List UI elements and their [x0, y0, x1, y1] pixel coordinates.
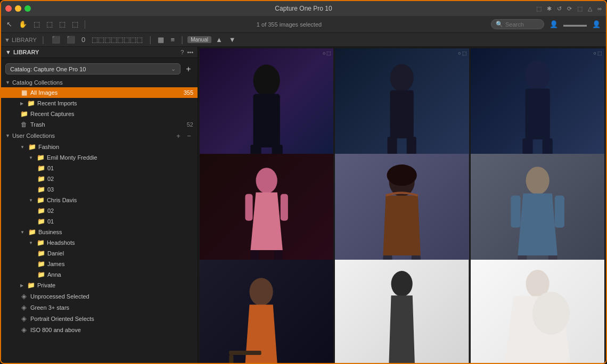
sidebar-item-emf-01[interactable]: 📁 01 [1, 163, 198, 173]
anna-icon: 📁 [37, 271, 45, 278]
photo-image-8 [335, 260, 469, 364]
sidebar-title-group: ▼ LIBRARY [5, 49, 39, 55]
toolbar-select-tool[interactable]: ↖ [4, 19, 14, 29]
emf-02-label: 02 [47, 176, 193, 182]
list-view-btn[interactable]: ≡ [168, 35, 177, 45]
sidebar-item-business[interactable]: ▼ 📁 Business [1, 227, 198, 237]
headshots-chevron: ▼ [29, 241, 33, 245]
cd-icon: 📁 [37, 196, 44, 204]
main-toolbar: ↖ ✋ ⬚ ⬚ ⬚ ⬚ 1 of 355 images selected 🔍 S… [1, 16, 606, 33]
uc-add-btn[interactable]: + [174, 131, 183, 140]
private-label: Private [37, 282, 193, 288]
svg-rect-31 [511, 196, 520, 228]
photo-cell-8[interactable] [335, 260, 469, 364]
sidebar-item-emf-03[interactable]: 📁 03 [1, 184, 198, 195]
toolbar2-sort-desc[interactable]: ▼ [227, 35, 238, 45]
sidebar-chevron[interactable]: ▼ [5, 49, 11, 55]
toolbar-tool-6[interactable]: ⬚ [70, 19, 80, 29]
photo-cell-9[interactable] [471, 260, 604, 364]
sidebar-item-fashion[interactable]: ▼ 📁 Fashion [1, 142, 198, 152]
fashion-label: Fashion [38, 144, 193, 150]
svg-point-6 [390, 64, 414, 92]
toolbar2-sort-asc[interactable]: ▲ [214, 35, 225, 45]
all-images-icon: ▦ [20, 89, 28, 96]
content-area: Look 8_0028.jpg ★★★★★ ○ ⬚ [198, 47, 606, 364]
sidebar-item-green-3-stars[interactable]: ◈ Green 3+ stars [1, 302, 198, 313]
sidebar-item-recent-captures[interactable]: 📁 Recent Captures [1, 109, 198, 119]
catalog-collections-label: Catalog Collections [12, 79, 63, 86]
photo-grid: Look 8_0028.jpg ★★★★★ ○ ⬚ [198, 47, 606, 364]
grid-view-btn[interactable]: ▦ [155, 35, 166, 45]
search-box[interactable]: 🔍 Search [491, 19, 544, 29]
sidebar-item-chris-davis[interactable]: ▼ 📁 Chris Davis [1, 195, 198, 205]
photo-image-7 [200, 260, 333, 364]
green-3-stars-icon: ◈ [20, 303, 28, 311]
emf-03-icon: 📁 [37, 186, 45, 193]
toolbar2-tool-group[interactable]: ⬚⬚⬚⬚⬚⬚⬚⬚ [89, 35, 145, 45]
emf-chevron: ▼ [29, 155, 33, 160]
anna-label: Anna [47, 271, 193, 278]
sidebar-item-emil-monty-freddie[interactable]: ▼ 📁 Emil Monty Freddie [1, 152, 198, 163]
unprocessed-label: Unprocessed Selected [30, 293, 193, 300]
toolbar2-btn-1[interactable]: ⬛ [50, 35, 62, 45]
sidebar-item-all-images[interactable]: ▦ All Images 355 [1, 87, 198, 98]
toolbar-tool-3[interactable]: ⬚ [31, 19, 42, 29]
sidebar-header-actions: ? ••• [181, 49, 193, 55]
james-icon: 📁 [37, 260, 45, 268]
photo-flag-icon-3: ○ [594, 51, 596, 56]
catalog-collections-chevron: ▼ [5, 80, 10, 85]
headshots-icon: 📁 [37, 239, 44, 246]
sidebar-item-cd-02[interactable]: 📁 02 [1, 205, 198, 216]
daniel-label: Daniel [47, 250, 193, 257]
sidebar-item-portrait-oriented-selects[interactable]: ◈ Portrait Oriented Selects [1, 313, 198, 324]
title-icon-1: ⬚ [536, 5, 542, 12]
sidebar-item-cd-01[interactable]: 📁 01 [1, 216, 198, 227]
sidebar-item-private[interactable]: ▶ 📁 Private [1, 280, 198, 291]
photo-image-9 [471, 260, 604, 364]
private-icon: 📁 [27, 282, 35, 289]
sidebar-item-daniel[interactable]: 📁 Daniel [1, 248, 198, 259]
svg-rect-20 [281, 194, 288, 221]
close-button[interactable] [5, 5, 12, 12]
all-images-label: All Images [30, 89, 181, 96]
sidebar-item-recent-imports[interactable]: ▶ 📁 Recent Imports [1, 98, 198, 109]
traffic-lights[interactable] [5, 5, 31, 12]
toolbar-user-icon[interactable]: 👤 [547, 19, 560, 29]
sidebar-item-iso-800-above[interactable]: ◈ ISO 800 and above [1, 324, 198, 335]
svg-point-28 [526, 167, 549, 194]
uc-remove-btn[interactable]: − [185, 131, 193, 140]
sidebar-item-trash[interactable]: 🗑 Trash 52 [1, 119, 198, 130]
fashion-icon: 📁 [28, 143, 36, 151]
toolbar-user-btn[interactable]: 👤 [590, 19, 603, 29]
maximize-button[interactable] [24, 5, 31, 12]
james-label: James [47, 261, 193, 267]
sidebar-item-unprocessed-selected[interactable]: ◈ Unprocessed Selected [1, 291, 198, 302]
portrait-oriented-icon: ◈ [20, 315, 28, 322]
sidebar-item-emf-02[interactable]: 📁 02 [1, 173, 198, 184]
sidebar-menu-btn[interactable]: ••• [187, 49, 193, 55]
toolbar2-btn-2[interactable]: ⬛ [64, 35, 77, 45]
toolbar-pan-tool[interactable]: ✋ [17, 19, 29, 29]
svg-rect-32 [554, 196, 564, 228]
svg-rect-19 [245, 194, 252, 221]
photo-top-icons-1: ○ ⬚ [323, 51, 331, 56]
photo-top-icons-2: ○ ⬚ [458, 51, 466, 56]
toolbar-tool-4[interactable]: ⬚ [44, 19, 55, 29]
toolbar-tool-5[interactable]: ⬚ [57, 19, 68, 29]
catalog-collections-header[interactable]: ▼ Catalog Collections [1, 78, 198, 87]
unprocessed-icon: ◈ [20, 292, 28, 300]
minimize-button[interactable] [15, 5, 21, 12]
search-placeholder: Search [505, 21, 524, 28]
user-collections-header[interactable]: ▼ User Collections + − [1, 130, 198, 142]
sidebar-item-headshots[interactable]: ▼ 📁 Headshots [1, 237, 198, 248]
sidebar-item-anna[interactable]: 📁 Anna [1, 269, 198, 280]
photo-type-icon-3: ⬚ [597, 51, 602, 56]
cd-chevron: ▼ [29, 198, 33, 203]
sidebar-item-james[interactable]: 📁 James [1, 259, 198, 269]
catalog-add-btn[interactable]: + [184, 64, 193, 74]
toolbar2-btn-3[interactable]: 0 [79, 35, 87, 45]
sidebar-help-btn[interactable]: ? [181, 49, 184, 55]
svg-point-23 [387, 164, 417, 186]
catalog-dropdown[interactable]: Catalog: Capture One Pro 10 ⌄ [5, 63, 181, 75]
photo-cell-7[interactable] [200, 260, 333, 364]
